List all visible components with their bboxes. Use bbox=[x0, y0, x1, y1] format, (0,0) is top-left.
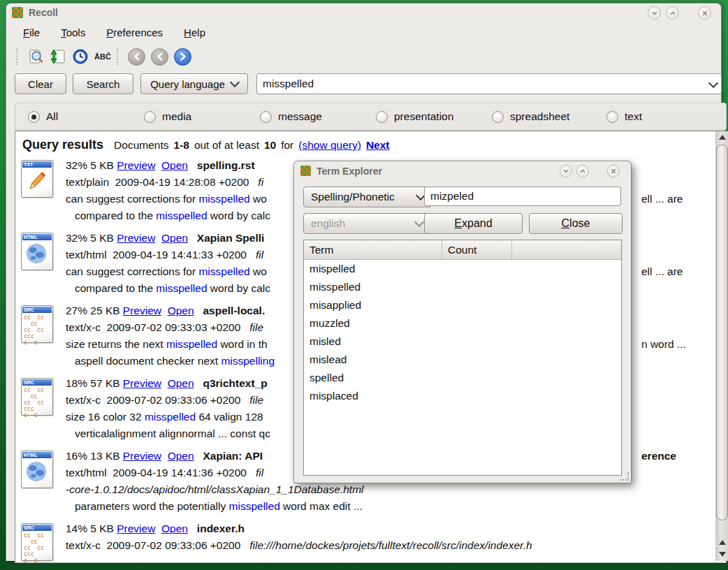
result-url: file:///home/dockes/projets/fulltext/rec… bbox=[249, 539, 532, 551]
dialog-maximize-button[interactable] bbox=[576, 165, 589, 177]
titlebar[interactable]: Recoll bbox=[6, 3, 721, 22]
advanced-search-button[interactable] bbox=[24, 47, 47, 66]
go-next-button[interactable] bbox=[174, 48, 191, 66]
clear-button[interactable]: Clear bbox=[15, 73, 66, 94]
radio-presentation[interactable] bbox=[376, 111, 388, 123]
term-row[interactable]: misplaced bbox=[304, 387, 621, 405]
snippet-text: word in th bbox=[217, 338, 268, 350]
open-link[interactable]: Open bbox=[161, 522, 188, 534]
filter-option-text[interactable]: text bbox=[606, 110, 642, 123]
menu-tools[interactable]: Tools bbox=[59, 24, 87, 43]
resize-grip[interactable] bbox=[620, 472, 629, 481]
open-link[interactable]: Open bbox=[161, 232, 188, 244]
snippet-text: aspell document checker next bbox=[75, 355, 221, 367]
open-link[interactable]: Open bbox=[168, 450, 194, 462]
dialog-close-button[interactable] bbox=[607, 165, 620, 177]
preview-link[interactable]: Preview bbox=[123, 450, 161, 462]
column-header-count[interactable]: Count bbox=[442, 240, 512, 259]
go-first-button[interactable] bbox=[128, 48, 145, 66]
term-row[interactable]: spelled bbox=[304, 369, 621, 387]
close-dialog-button[interactable]: Close bbox=[529, 213, 623, 234]
preview-link[interactable]: Preview bbox=[117, 232, 155, 244]
toolbar-handle[interactable] bbox=[16, 48, 22, 65]
filter-option-spreadsheet[interactable]: spreadsheet bbox=[492, 110, 569, 123]
chevron-up-icon bbox=[579, 168, 586, 175]
radio-media[interactable] bbox=[144, 111, 156, 123]
menu-help[interactable]: Help bbox=[182, 24, 207, 43]
search-history-dropdown[interactable] bbox=[706, 74, 721, 94]
scroll-up-button[interactable] bbox=[715, 131, 728, 143]
scroll-up-button-2[interactable] bbox=[715, 536, 728, 548]
snippet-text: can suggest corrections for bbox=[66, 265, 198, 277]
snippet-text: compared to the bbox=[75, 282, 156, 294]
mime-type: text/html bbox=[66, 467, 112, 478]
preview-link[interactable]: Preview bbox=[117, 522, 155, 534]
filter-option-media[interactable]: media bbox=[144, 110, 191, 123]
count-cell bbox=[442, 278, 512, 296]
filter-label: presentation bbox=[394, 110, 453, 123]
snippet-text: wo bbox=[250, 265, 267, 277]
term-row[interactable]: misapplied bbox=[304, 296, 621, 314]
open-link[interactable]: Open bbox=[168, 305, 194, 316]
document-history-button[interactable] bbox=[69, 47, 92, 66]
term-row[interactable]: misled bbox=[304, 332, 621, 351]
mime-type: text/x-c bbox=[66, 321, 107, 333]
close-button[interactable] bbox=[698, 6, 711, 20]
snippet-text: wo bbox=[250, 193, 267, 205]
desktop: Recoll File Tools Preferences Help bbox=[0, 0, 728, 570]
term-row[interactable]: misspelled bbox=[304, 278, 621, 296]
language-combo[interactable]: english bbox=[303, 213, 430, 234]
filter-option-message[interactable]: message bbox=[260, 110, 322, 123]
term-input[interactable] bbox=[424, 187, 621, 206]
scrollbar-thumb[interactable] bbox=[716, 145, 728, 520]
preview-link[interactable]: Preview bbox=[123, 377, 161, 389]
radio-spreadsheet[interactable] bbox=[492, 111, 504, 123]
scroll-down-button[interactable] bbox=[715, 548, 728, 560]
expand-button[interactable]: Expand bbox=[424, 213, 523, 234]
term-explorer-button[interactable]: ÅBĈ bbox=[92, 47, 114, 66]
column-header-term[interactable]: Term bbox=[304, 240, 442, 259]
result-date: 2009-04-19 14:28:08 +0200 bbox=[115, 176, 259, 188]
result-relevance: 16% 13 KB bbox=[66, 450, 123, 462]
filter-option-all[interactable]: All bbox=[28, 110, 58, 123]
result-url: file bbox=[249, 321, 263, 333]
search-button[interactable]: Search bbox=[73, 73, 133, 94]
radio-all[interactable] bbox=[28, 111, 40, 123]
toolbar-handle[interactable] bbox=[117, 48, 122, 65]
radio-message[interactable] bbox=[260, 111, 272, 123]
result-title: Xapian Spelli bbox=[197, 232, 264, 244]
result-relevance: 18% 57 KB bbox=[66, 377, 123, 389]
src-file-icon: SRCcc cc cc cc cc ccc c c bbox=[21, 305, 53, 343]
preview-link[interactable]: Preview bbox=[117, 159, 155, 171]
results-scrollbar[interactable] bbox=[715, 131, 728, 561]
snippet-text: word by calc bbox=[208, 282, 270, 294]
file-type-tag: SRC bbox=[22, 379, 52, 386]
minimize-button[interactable] bbox=[648, 6, 661, 20]
search-input[interactable] bbox=[257, 78, 706, 90]
result-headline: 14% 5 KB Preview Open indexer.h bbox=[66, 520, 720, 537]
open-link[interactable]: Open bbox=[168, 377, 194, 389]
term-row[interactable]: mislead bbox=[304, 351, 621, 369]
filter-option-presentation[interactable]: presentation bbox=[376, 110, 453, 123]
sort-parameters-button[interactable] bbox=[47, 47, 69, 66]
go-previous-button[interactable] bbox=[151, 48, 168, 66]
preview-link[interactable]: Preview bbox=[123, 305, 161, 316]
recoll-app-icon bbox=[12, 7, 23, 18]
expansion-mode-combo[interactable]: Spelling/Phonetic bbox=[303, 187, 432, 207]
term-row[interactable]: mispelled bbox=[304, 260, 621, 278]
radio-text[interactable] bbox=[606, 111, 618, 123]
open-link[interactable]: Open bbox=[161, 159, 188, 171]
next-page-link[interactable]: Next bbox=[366, 139, 390, 152]
clipped-text-fragment: ell ... are bbox=[641, 191, 683, 207]
query-language-combo[interactable]: Query language bbox=[140, 73, 248, 94]
maximize-button[interactable] bbox=[666, 6, 679, 20]
snippet-text: can suggest corrections for bbox=[66, 193, 198, 205]
show-query-link[interactable]: (show query) bbox=[298, 139, 361, 152]
menu-preferences[interactable]: Preferences bbox=[105, 24, 164, 43]
dialog-minimize-button[interactable] bbox=[560, 165, 572, 177]
dialog-titlebar[interactable]: Term Explorer bbox=[294, 161, 631, 180]
term-row[interactable]: muzzled bbox=[304, 314, 621, 332]
term-cell: spelled bbox=[304, 369, 442, 387]
chevron-down-icon bbox=[414, 217, 424, 226]
menu-file[interactable]: File bbox=[22, 24, 41, 43]
